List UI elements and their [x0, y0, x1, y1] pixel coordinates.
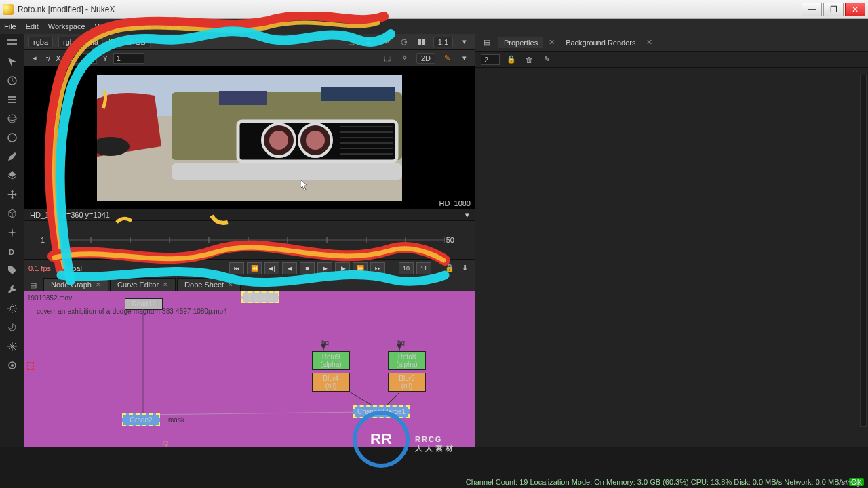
svg-marker-47 [397, 344, 402, 350]
node-blur3[interactable]: Blur3 (all) [388, 373, 426, 392]
tab-curve-editor[interactable]: Curve Editor✕ [110, 278, 176, 291]
goto-start-button[interactable]: ⏮ [229, 262, 244, 274]
back-icon[interactable]: ◂ [28, 52, 41, 64]
menu-file[interactable]: File [4, 22, 16, 30]
node-grade[interactable]: Grade2 [122, 413, 160, 426]
lock-icon[interactable]: 🔒 [505, 54, 517, 66]
channel-select-2[interactable]: rgba.alpha [58, 37, 103, 47]
tab-bg-renders[interactable]: Background Renders [560, 37, 641, 48]
rows-icon[interactable]: ≣ [363, 36, 375, 48]
wipe-icon[interactable]: ✧ [399, 52, 411, 64]
menu-cache[interactable]: Cache [161, 22, 182, 30]
play-back-button[interactable]: ◀ [282, 262, 297, 274]
frame-skip-a[interactable]: 10 [399, 262, 414, 274]
status-text: Channel Count: 19 Localization Mode: On … [466, 478, 845, 486]
svg-rect-31 [321, 87, 395, 101]
zoom-ratio[interactable]: 1:1 [433, 37, 453, 47]
props-icon[interactable] [6, 37, 18, 49]
app-icon [3, 4, 14, 15]
menu-caret-icon[interactable]: ▾ [458, 36, 471, 48]
viewer-viewport[interactable]: HD_1080 [24, 66, 475, 209]
svg-line-45 [143, 412, 363, 415]
menu-workspace[interactable]: Workspace [48, 22, 85, 30]
step-back-key-button[interactable]: ⏪ [247, 262, 262, 274]
viewer-mode[interactable]: 2D [416, 53, 435, 64]
play-button[interactable]: ▶ [317, 262, 332, 274]
snow-icon[interactable] [6, 340, 18, 352]
timeline[interactable]: 1 50 [24, 221, 475, 259]
minimize-button[interactable]: — [802, 3, 822, 16]
menu-edit[interactable]: Edit [26, 22, 39, 30]
tab-node-graph[interactable]: Node Graph✕ [43, 278, 108, 291]
pause-icon[interactable]: ▮▮ [416, 36, 428, 48]
menu-viewer[interactable]: Viewer [95, 22, 117, 30]
panel-handle-icon[interactable]: ▤ [27, 279, 39, 291]
ip-toggle[interactable]: IP [108, 38, 115, 46]
tab-properties[interactable]: Properties [498, 37, 543, 48]
cog-icon[interactable] [6, 302, 18, 314]
move-icon[interactable] [6, 188, 18, 201]
circle-icon[interactable] [6, 131, 18, 144]
close-tab-icon[interactable]: ✕ [228, 281, 233, 288]
layers-icon[interactable] [6, 169, 18, 182]
wrench-icon[interactable] [6, 283, 18, 296]
y-field[interactable] [113, 53, 144, 64]
sphere-icon[interactable] [6, 113, 18, 125]
step-fwd-button[interactable]: |▶ [335, 262, 350, 274]
menu-render[interactable]: Render [127, 22, 151, 30]
lock-icon[interactable]: 🔒 [443, 262, 456, 274]
center-icon[interactable]: ◎ [398, 36, 410, 48]
edit-icon[interactable]: ✎ [540, 54, 553, 66]
step-back-button[interactable]: ◀| [264, 262, 279, 274]
spark-icon[interactable] [6, 226, 18, 239]
roi-icon[interactable]: ⬚ [381, 52, 393, 64]
props-count-field[interactable] [481, 54, 500, 65]
refresh-icon[interactable]: ↻ [380, 36, 393, 48]
trash-icon[interactable]: 🗑 [523, 54, 535, 66]
pen-icon[interactable] [6, 150, 18, 163]
goto-end-button[interactable]: ⏭ [370, 262, 385, 274]
hand-cursor-icon: ☟ [163, 439, 169, 447]
scrollbar[interactable] [860, 75, 867, 427]
maximize-button[interactable]: ❐ [823, 3, 844, 16]
range-scope[interactable]: Global [60, 264, 82, 272]
close-tab-icon[interactable]: ✕ [163, 281, 168, 288]
node-blur4[interactable]: Blur4 (all) [312, 373, 350, 392]
stop-button[interactable]: ■ [300, 262, 315, 274]
clock-icon[interactable] [6, 75, 18, 87]
x-label: X [56, 54, 60, 62]
d-icon[interactable]: D [6, 245, 18, 258]
node-roto9[interactable]: Roto9 (alpha) [312, 351, 350, 370]
close-tab-icon[interactable]: ✕ [549, 38, 555, 47]
settings-caret-icon[interactable]: ▾ [458, 52, 471, 64]
step-fwd-key-button[interactable]: ⏩ [353, 262, 368, 274]
download-icon[interactable]: ⬇ [458, 262, 471, 274]
panel-tabs: ▤ Node Graph✕ Curve Editor✕ Dope Sheet✕ [24, 277, 475, 291]
info-caret-icon[interactable]: ▾ [465, 211, 469, 220]
svg-rect-19 [172, 163, 402, 180]
channel-select-1[interactable]: rgba [28, 37, 53, 47]
close-button[interactable]: ✕ [845, 3, 865, 16]
x-field[interactable] [66, 53, 97, 64]
bars-icon[interactable] [6, 94, 18, 106]
viewer-coord-bar: ◂ f/ X Y ⬚ ✧ 2D ✎ ▾ [24, 50, 475, 66]
tab-dope-sheet[interactable]: Dope Sheet✕ [177, 278, 241, 291]
gear-icon[interactable] [6, 359, 18, 371]
swirl-icon[interactable] [6, 321, 18, 333]
lut-select[interactable]: sRGB [121, 37, 150, 47]
cube-icon[interactable] [6, 207, 18, 220]
panel-handle-icon[interactable]: ▤ [481, 37, 493, 49]
node-graph[interactable]: 19019352.mov coverr-an-exhibition-of-a-d… [24, 291, 475, 447]
frame-skip-b[interactable]: 11 [416, 262, 431, 274]
layout1-icon[interactable]: ▢ [345, 36, 357, 48]
node-roto8[interactable]: Roto8 (alpha) [388, 351, 426, 370]
close-tab-icon[interactable]: ✕ [96, 281, 101, 288]
viewer-info-bar: HD_10 x=360 y=1041 ▾ [24, 209, 475, 221]
pencil-icon[interactable]: ✎ [441, 52, 453, 64]
properties-panel: ▤ Properties ✕ Background Renders ✕ 🔒 🗑 … [475, 34, 868, 447]
svg-rect-4 [8, 99, 16, 100]
tag-icon[interactable] [6, 264, 18, 277]
close-tab-icon[interactable]: ✕ [646, 38, 652, 47]
node-channelmerge[interactable]: ChannelMerge1 [353, 405, 410, 418]
arrow-icon[interactable] [6, 56, 18, 68]
